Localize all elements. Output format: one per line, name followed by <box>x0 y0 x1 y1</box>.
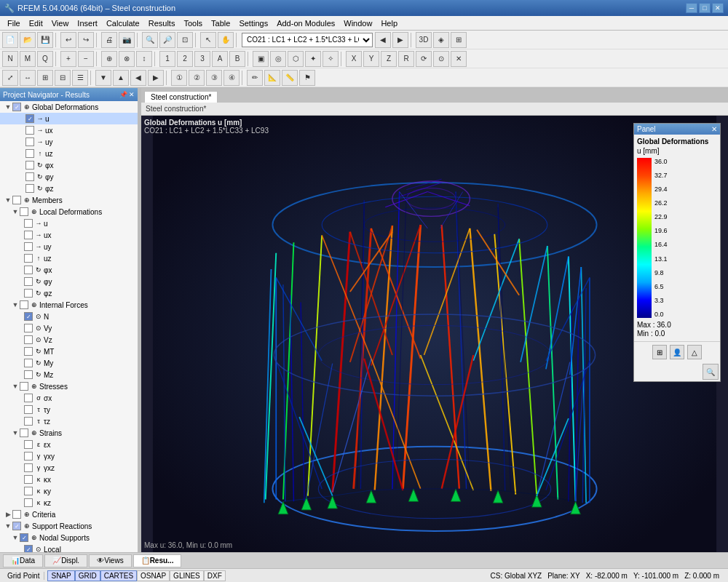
3d-button[interactable]: 3D <box>416 32 432 48</box>
tree-eps-x[interactable]: ε εx <box>0 439 138 450</box>
tab-results[interactable]: 📋 Resu... <box>133 554 182 567</box>
tree-MT[interactable]: ↻ MT <box>0 346 138 357</box>
tb2-btn5[interactable]: − <box>78 51 94 67</box>
tb2-btn19[interactable]: X <box>346 51 362 67</box>
save-button[interactable]: 💾 <box>37 32 53 48</box>
snap-button-glines[interactable]: GLINES <box>170 570 204 581</box>
tab-views[interactable]: 👁 Views <box>89 554 132 567</box>
cb-strains[interactable] <box>20 428 28 437</box>
tree-phix[interactable]: ↻ φx <box>0 159 138 171</box>
tb2-btn16[interactable]: ⬡ <box>288 51 304 67</box>
snap-button-cartes[interactable]: CARTES <box>100 570 137 581</box>
menu-help[interactable]: Help <box>376 17 402 29</box>
cb-loc-phix[interactable] <box>24 266 33 274</box>
menu-window[interactable]: Window <box>339 17 376 29</box>
minimize-button[interactable]: ─ <box>686 3 697 13</box>
select-button[interactable]: ↖ <box>200 32 216 48</box>
snap-button-dxf[interactable]: DXF <box>204 570 226 581</box>
legend-icon-btn-1[interactable]: ⊞ <box>652 345 667 359</box>
toggle-local-def[interactable]: ▼ <box>12 208 19 215</box>
cb-loc-phiz[interactable] <box>24 289 33 298</box>
tree-strains[interactable]: ▼ ⊕ Strains <box>0 427 138 439</box>
cb-u[interactable]: ✓ <box>25 114 34 123</box>
wire-button[interactable]: ⊞ <box>451 32 467 48</box>
tb2-btn15[interactable]: ◎ <box>270 51 286 67</box>
zoom-fit-button[interactable]: ⊡ <box>177 32 193 48</box>
cb-Vy[interactable] <box>24 324 33 332</box>
tb2-btn11[interactable]: 3 <box>194 51 210 67</box>
tb3-btn4[interactable]: ⊟ <box>55 70 71 86</box>
tree-My[interactable]: ↻ My <box>0 357 138 369</box>
snap-button-snap[interactable]: SNAP <box>47 570 74 581</box>
open-button[interactable]: 📂 <box>20 32 36 48</box>
tree-N[interactable]: ✓ ⊙ N <box>0 311 138 322</box>
tb2-btn6[interactable]: ⊕ <box>101 51 117 67</box>
cb-local-support[interactable]: ✓ <box>24 545 33 552</box>
tb3-btn17[interactable]: ⚑ <box>299 70 315 86</box>
cb-criteria[interactable] <box>12 510 21 519</box>
tree-loc-phiy[interactable]: ↻ φy <box>0 276 138 287</box>
tb2-btn4[interactable]: + <box>60 51 76 67</box>
cb-support-reactions[interactable]: ✓ <box>12 522 21 530</box>
tree-loc-uy[interactable]: → uy <box>0 241 138 252</box>
tree-tau-y[interactable]: τ τy <box>0 404 138 415</box>
cb-Vz[interactable] <box>24 335 33 344</box>
tb3-btn15[interactable]: 📐 <box>264 70 280 86</box>
tree-uy[interactable]: → uy <box>0 136 138 148</box>
tree-internal-forces[interactable]: ▼ ⊕ Internal Forces <box>0 299 138 311</box>
tree-Mz[interactable]: ↻ Mz <box>0 369 138 380</box>
legend-close-button[interactable]: ✕ <box>711 125 717 133</box>
new-button[interactable]: 📄 <box>2 32 18 48</box>
tb3-btn9[interactable]: ▶ <box>148 70 164 86</box>
pan-button[interactable]: ✋ <box>218 32 234 48</box>
tb2-btn3[interactable]: Q <box>37 51 53 67</box>
tb2-btn18[interactable]: ✧ <box>323 51 339 67</box>
tree-loc-uz[interactable]: ↑ uz <box>0 252 138 264</box>
tree-Vz[interactable]: ⊙ Vz <box>0 334 138 346</box>
menu-view[interactable]: View <box>47 17 74 29</box>
tb2-btn12[interactable]: A <box>212 51 228 67</box>
tree-gamma-xz[interactable]: γ γxz <box>0 462 138 474</box>
tb3-btn11[interactable]: ② <box>189 70 205 86</box>
toggle-criteria[interactable]: ▶ <box>4 511 12 518</box>
canvas-tab-steel[interactable]: Steel construction* <box>144 91 218 103</box>
tree-global-deformations[interactable]: ▼ ✓ ⊕ Global Deformations <box>0 101 138 113</box>
cb-loc-phiy[interactable] <box>24 277 33 286</box>
tb2-btn14[interactable]: ▣ <box>253 51 269 67</box>
print-button[interactable]: 🖨 <box>101 32 117 48</box>
screenshot-button[interactable]: 📷 <box>119 32 135 48</box>
menu-insert[interactable]: Insert <box>73 17 102 29</box>
cb-uy[interactable] <box>25 137 34 146</box>
tb2-btn22[interactable]: R <box>398 51 414 67</box>
tab-displ[interactable]: 📈 Displ. <box>44 554 87 567</box>
tb3-btn2[interactable]: ↔ <box>20 70 36 86</box>
cb-phix[interactable] <box>25 161 34 170</box>
cb-My[interactable] <box>24 359 33 367</box>
cb-tau-z[interactable] <box>24 417 33 426</box>
cb-internal-forces[interactable] <box>20 300 28 309</box>
close-button[interactable]: ✕ <box>712 3 724 13</box>
tb2-btn21[interactable]: Z <box>381 51 397 67</box>
tree-sigma-x[interactable]: σ σx <box>0 392 138 404</box>
tree-stresses[interactable]: ▼ ⊕ Stresses <box>0 380 138 392</box>
tree-criteria[interactable]: ▶ ⊕ Criteria <box>0 509 138 520</box>
cb-eps-x[interactable] <box>24 440 33 449</box>
cb-stresses[interactable] <box>20 382 28 391</box>
tb3-btn10[interactable]: ① <box>171 70 187 86</box>
cb-loc-uz[interactable] <box>24 254 33 263</box>
cb-members[interactable] <box>12 196 21 204</box>
tb3-btn3[interactable]: ⊞ <box>37 70 53 86</box>
cb-loc-ux[interactable] <box>24 231 33 239</box>
snap-button-grid[interactable]: GRID <box>75 570 100 581</box>
tb2-btn13[interactable]: B <box>229 51 245 67</box>
menu-file[interactable]: File <box>3 17 25 29</box>
tb2-btn24[interactable]: ⊙ <box>433 51 449 67</box>
tree-loc-phix[interactable]: ↻ φx <box>0 264 138 276</box>
legend-icon-btn-3[interactable]: △ <box>687 345 702 359</box>
cb-kappa-x[interactable] <box>24 475 33 484</box>
viewport[interactable]: Global Deformations u [mm] CO21 : LC1 + … <box>141 116 728 552</box>
redo-button[interactable]: ↪ <box>78 32 94 48</box>
cb-kappa-y[interactable] <box>24 487 33 495</box>
panel-pin-button[interactable]: 📌 <box>119 91 127 98</box>
menu-edit[interactable]: Edit <box>25 17 47 29</box>
